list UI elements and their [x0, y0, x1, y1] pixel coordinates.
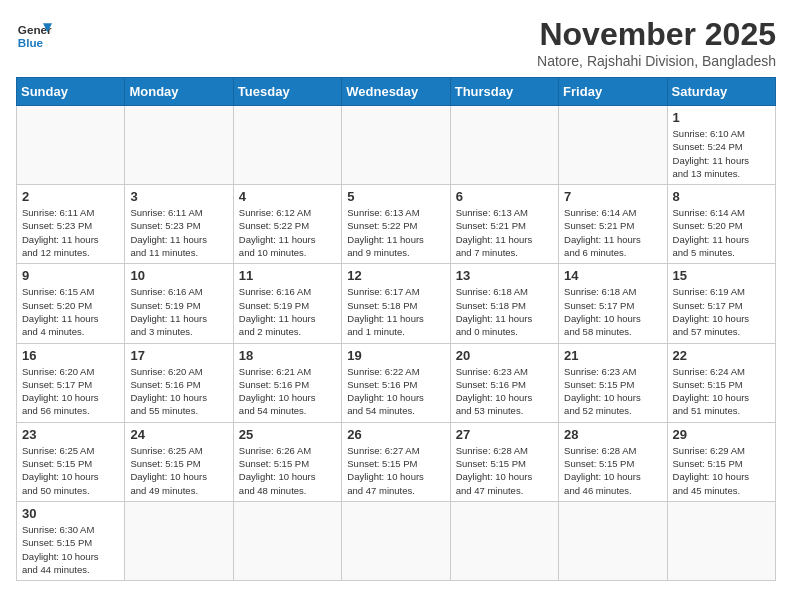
- calendar-cell: 20Sunrise: 6:23 AM Sunset: 5:16 PM Dayli…: [450, 343, 558, 422]
- calendar-cell: [125, 501, 233, 580]
- calendar-cell: 12Sunrise: 6:17 AM Sunset: 5:18 PM Dayli…: [342, 264, 450, 343]
- calendar-week-row: 30Sunrise: 6:30 AM Sunset: 5:15 PM Dayli…: [17, 501, 776, 580]
- calendar-cell: 15Sunrise: 6:19 AM Sunset: 5:17 PM Dayli…: [667, 264, 775, 343]
- day-info: Sunrise: 6:30 AM Sunset: 5:15 PM Dayligh…: [22, 523, 119, 576]
- calendar-week-row: 9Sunrise: 6:15 AM Sunset: 5:20 PM Daylig…: [17, 264, 776, 343]
- calendar-cell: 8Sunrise: 6:14 AM Sunset: 5:20 PM Daylig…: [667, 185, 775, 264]
- weekday-header-wednesday: Wednesday: [342, 78, 450, 106]
- calendar-cell: [233, 106, 341, 185]
- weekday-header-row: SundayMondayTuesdayWednesdayThursdayFrid…: [17, 78, 776, 106]
- day-number: 18: [239, 348, 336, 363]
- day-info: Sunrise: 6:29 AM Sunset: 5:15 PM Dayligh…: [673, 444, 770, 497]
- day-info: Sunrise: 6:10 AM Sunset: 5:24 PM Dayligh…: [673, 127, 770, 180]
- calendar-cell: [559, 106, 667, 185]
- day-number: 12: [347, 268, 444, 283]
- calendar-cell: 27Sunrise: 6:28 AM Sunset: 5:15 PM Dayli…: [450, 422, 558, 501]
- calendar-cell: 16Sunrise: 6:20 AM Sunset: 5:17 PM Dayli…: [17, 343, 125, 422]
- day-number: 21: [564, 348, 661, 363]
- calendar-cell: 30Sunrise: 6:30 AM Sunset: 5:15 PM Dayli…: [17, 501, 125, 580]
- calendar-cell: 1Sunrise: 6:10 AM Sunset: 5:24 PM Daylig…: [667, 106, 775, 185]
- calendar-cell: 22Sunrise: 6:24 AM Sunset: 5:15 PM Dayli…: [667, 343, 775, 422]
- day-info: Sunrise: 6:27 AM Sunset: 5:15 PM Dayligh…: [347, 444, 444, 497]
- day-info: Sunrise: 6:24 AM Sunset: 5:15 PM Dayligh…: [673, 365, 770, 418]
- calendar-cell: 24Sunrise: 6:25 AM Sunset: 5:15 PM Dayli…: [125, 422, 233, 501]
- weekday-header-saturday: Saturday: [667, 78, 775, 106]
- day-info: Sunrise: 6:23 AM Sunset: 5:16 PM Dayligh…: [456, 365, 553, 418]
- day-info: Sunrise: 6:11 AM Sunset: 5:23 PM Dayligh…: [22, 206, 119, 259]
- weekday-header-sunday: Sunday: [17, 78, 125, 106]
- calendar-cell: [450, 106, 558, 185]
- logo-icon: General Blue: [16, 16, 52, 52]
- day-info: Sunrise: 6:26 AM Sunset: 5:15 PM Dayligh…: [239, 444, 336, 497]
- day-number: 5: [347, 189, 444, 204]
- day-info: Sunrise: 6:20 AM Sunset: 5:16 PM Dayligh…: [130, 365, 227, 418]
- day-info: Sunrise: 6:13 AM Sunset: 5:22 PM Dayligh…: [347, 206, 444, 259]
- day-info: Sunrise: 6:25 AM Sunset: 5:15 PM Dayligh…: [22, 444, 119, 497]
- day-number: 23: [22, 427, 119, 442]
- day-info: Sunrise: 6:20 AM Sunset: 5:17 PM Dayligh…: [22, 365, 119, 418]
- weekday-header-tuesday: Tuesday: [233, 78, 341, 106]
- day-number: 10: [130, 268, 227, 283]
- day-number: 20: [456, 348, 553, 363]
- day-info: Sunrise: 6:13 AM Sunset: 5:21 PM Dayligh…: [456, 206, 553, 259]
- calendar-cell: 4Sunrise: 6:12 AM Sunset: 5:22 PM Daylig…: [233, 185, 341, 264]
- day-info: Sunrise: 6:14 AM Sunset: 5:20 PM Dayligh…: [673, 206, 770, 259]
- day-info: Sunrise: 6:22 AM Sunset: 5:16 PM Dayligh…: [347, 365, 444, 418]
- calendar-cell: [667, 501, 775, 580]
- day-info: Sunrise: 6:17 AM Sunset: 5:18 PM Dayligh…: [347, 285, 444, 338]
- svg-text:Blue: Blue: [18, 36, 44, 49]
- day-number: 26: [347, 427, 444, 442]
- day-number: 28: [564, 427, 661, 442]
- day-number: 2: [22, 189, 119, 204]
- weekday-header-thursday: Thursday: [450, 78, 558, 106]
- calendar-cell: 2Sunrise: 6:11 AM Sunset: 5:23 PM Daylig…: [17, 185, 125, 264]
- calendar-cell: 21Sunrise: 6:23 AM Sunset: 5:15 PM Dayli…: [559, 343, 667, 422]
- day-number: 27: [456, 427, 553, 442]
- calendar-week-row: 16Sunrise: 6:20 AM Sunset: 5:17 PM Dayli…: [17, 343, 776, 422]
- day-number: 11: [239, 268, 336, 283]
- calendar-cell: [450, 501, 558, 580]
- weekday-header-friday: Friday: [559, 78, 667, 106]
- day-number: 4: [239, 189, 336, 204]
- calendar-title: November 2025: [537, 16, 776, 53]
- day-info: Sunrise: 6:25 AM Sunset: 5:15 PM Dayligh…: [130, 444, 227, 497]
- day-number: 13: [456, 268, 553, 283]
- day-number: 6: [456, 189, 553, 204]
- day-number: 7: [564, 189, 661, 204]
- calendar-cell: 14Sunrise: 6:18 AM Sunset: 5:17 PM Dayli…: [559, 264, 667, 343]
- day-info: Sunrise: 6:21 AM Sunset: 5:16 PM Dayligh…: [239, 365, 336, 418]
- day-number: 14: [564, 268, 661, 283]
- calendar-cell: 28Sunrise: 6:28 AM Sunset: 5:15 PM Dayli…: [559, 422, 667, 501]
- day-number: 29: [673, 427, 770, 442]
- day-number: 17: [130, 348, 227, 363]
- calendar-cell: [559, 501, 667, 580]
- day-number: 9: [22, 268, 119, 283]
- calendar-cell: 10Sunrise: 6:16 AM Sunset: 5:19 PM Dayli…: [125, 264, 233, 343]
- logo: General Blue: [16, 16, 52, 52]
- calendar-subtitle: Natore, Rajshahi Division, Bangladesh: [537, 53, 776, 69]
- day-info: Sunrise: 6:11 AM Sunset: 5:23 PM Dayligh…: [130, 206, 227, 259]
- day-number: 22: [673, 348, 770, 363]
- calendar-cell: 7Sunrise: 6:14 AM Sunset: 5:21 PM Daylig…: [559, 185, 667, 264]
- day-number: 25: [239, 427, 336, 442]
- day-number: 1: [673, 110, 770, 125]
- calendar-cell: 13Sunrise: 6:18 AM Sunset: 5:18 PM Dayli…: [450, 264, 558, 343]
- day-number: 30: [22, 506, 119, 521]
- calendar-week-row: 23Sunrise: 6:25 AM Sunset: 5:15 PM Dayli…: [17, 422, 776, 501]
- calendar-cell: 9Sunrise: 6:15 AM Sunset: 5:20 PM Daylig…: [17, 264, 125, 343]
- calendar-cell: 23Sunrise: 6:25 AM Sunset: 5:15 PM Dayli…: [17, 422, 125, 501]
- day-number: 24: [130, 427, 227, 442]
- weekday-header-monday: Monday: [125, 78, 233, 106]
- calendar-cell: [125, 106, 233, 185]
- calendar-cell: 11Sunrise: 6:16 AM Sunset: 5:19 PM Dayli…: [233, 264, 341, 343]
- calendar-cell: [342, 501, 450, 580]
- day-number: 3: [130, 189, 227, 204]
- day-info: Sunrise: 6:12 AM Sunset: 5:22 PM Dayligh…: [239, 206, 336, 259]
- day-number: 8: [673, 189, 770, 204]
- day-info: Sunrise: 6:23 AM Sunset: 5:15 PM Dayligh…: [564, 365, 661, 418]
- day-info: Sunrise: 6:16 AM Sunset: 5:19 PM Dayligh…: [130, 285, 227, 338]
- page-header: General Blue November 2025 Natore, Rajsh…: [16, 16, 776, 69]
- day-info: Sunrise: 6:28 AM Sunset: 5:15 PM Dayligh…: [564, 444, 661, 497]
- calendar-table: SundayMondayTuesdayWednesdayThursdayFrid…: [16, 77, 776, 581]
- day-info: Sunrise: 6:14 AM Sunset: 5:21 PM Dayligh…: [564, 206, 661, 259]
